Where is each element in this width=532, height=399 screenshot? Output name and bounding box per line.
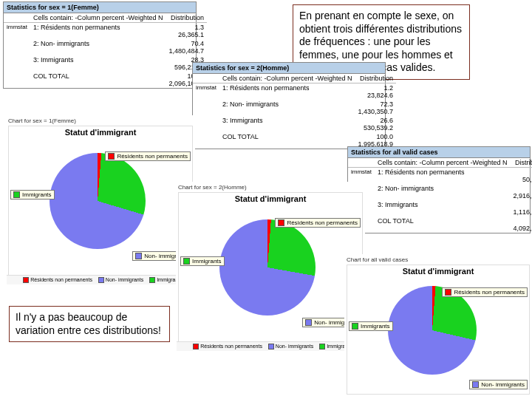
header-cells: Cells contain: -Column percent -Weighted…: [375, 158, 510, 168]
header-cells: Cells contain: -Column percent -Weighted…: [30, 13, 166, 23]
chart-homme: Chart for sex = 2(Homme) Statut d'immigr…: [176, 182, 365, 353]
row-label: 2: Non- immigrants: [30, 39, 166, 55]
val: 72.3: [380, 100, 393, 108]
stats-femme: Statistics for sex = 1(Femme) Cells cont…: [3, 1, 197, 89]
chart-all-caption: Chart for all valid cases: [345, 255, 531, 265]
val: 26.6: [380, 117, 393, 124]
val: 70.4: [191, 40, 204, 47]
legend-resnp: Résidents non permanents: [105, 151, 191, 161]
row-label: 2: Non- immigrants: [219, 100, 355, 116]
val: 1,430,350.7: [358, 108, 393, 115]
stats-homme-title: Statistics for sex = 2(Homme): [193, 63, 385, 74]
legend-nonimm: Non- immigrants: [469, 380, 528, 389]
val: 1,116,752.9: [513, 208, 532, 216]
header-dist: Distribution: [355, 74, 396, 83]
pie-homme: [219, 219, 316, 316]
coltotal-label: COL TOTAL: [30, 72, 166, 88]
val: 1,480,484.7: [168, 47, 204, 55]
stats-all-title: Statistics for all valid cases: [348, 147, 530, 158]
row-label: 3: Immigrants: [30, 55, 166, 72]
stats-all: Statistics for all valid cases Cells con…: [347, 146, 531, 233]
header-cells: Cells contain: -Column percent -Weighted…: [219, 74, 355, 83]
legend-bottom: Résidents non permanents Non- immigrants…: [7, 275, 194, 284]
row-label: 3: Immigrants: [219, 116, 355, 132]
pie-femme: [50, 153, 146, 249]
legend-resnp: Résidents non permanents: [442, 287, 528, 297]
pie-all: [388, 286, 477, 375]
row-label: 1: Résidents non permanents: [30, 23, 166, 40]
legend-imm: Immigrants: [10, 190, 55, 200]
val: 2,916,950.7: [513, 192, 532, 200]
legend-resnp: Résidents non permanents: [275, 218, 361, 228]
row-label: 2: Non- immigrants: [375, 184, 510, 200]
val: 4,092,525.2: [513, 225, 532, 232]
header-dist: Distribution: [510, 158, 532, 168]
chart-all-title: Statut d'immigrant: [347, 267, 529, 276]
val: 23,824.6: [367, 92, 393, 99]
callout-bottom: Il n'y a pas beaucoup de variation entre…: [9, 306, 170, 342]
val: 1.2: [383, 84, 393, 92]
chart-femme-title: Statut d'immigrant: [9, 128, 192, 137]
chart-femme-caption: Chart for sex = 1(Femme): [7, 116, 194, 126]
val: 530,539.2: [364, 124, 393, 132]
chart-homme-title: Statut d'immigrant: [179, 194, 362, 203]
coltotal-label: COL TOTAL: [375, 216, 510, 233]
row-label: 3: Immigrants: [375, 200, 510, 216]
stats-homme: Statistics for sex = 2(Homme) Cells cont…: [192, 62, 386, 149]
header-dist: Distribution: [166, 13, 207, 23]
chart-all: Chart for all valid cases Statut d'immig…: [344, 254, 532, 399]
val: 50,719.6: [522, 176, 532, 183]
legend-imm: Immigrants: [180, 256, 225, 266]
chart-homme-caption: Chart for sex = 2(Homme): [177, 183, 364, 192]
val: 26,365.1: [178, 31, 204, 38]
chart-femme: Chart for sex = 1(Femme) Statut d'immigr…: [6, 115, 195, 287]
side-label: immstat: [4, 23, 30, 89]
row-label: 1: Résidents non permanents: [375, 168, 510, 185]
row-label: 1: Résidents non permanents: [219, 83, 355, 100]
legend-bottom: Résidents non permanents Non- immigrants…: [177, 341, 364, 351]
coltotal-label: COL TOTAL: [219, 132, 355, 149]
side-label: immstat: [193, 83, 219, 149]
val: 1.3: [194, 24, 204, 31]
legend-imm: Immigrants: [349, 321, 393, 331]
val: 100.0: [376, 133, 393, 140]
stats-femme-title: Statistics for sex = 1(Femme): [4, 2, 196, 13]
